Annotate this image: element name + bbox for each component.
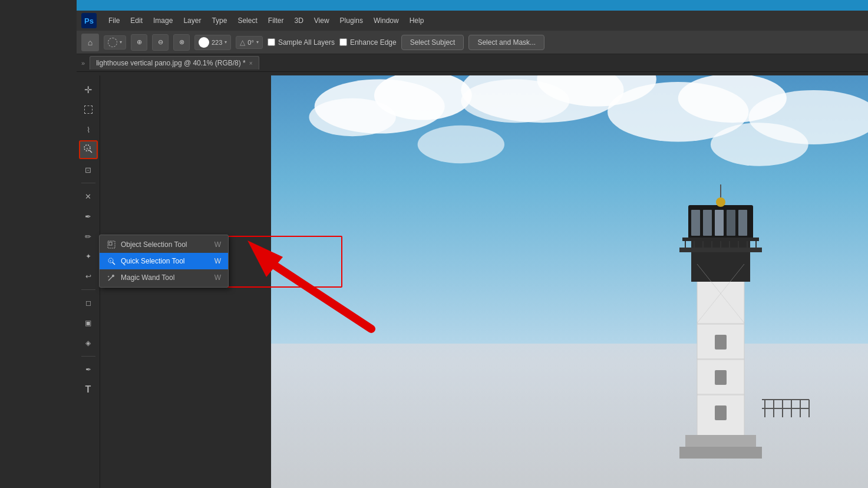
- lighthouse-svg: [632, 146, 821, 488]
- svg-point-9: [461, 79, 569, 123]
- document-tab[interactable]: lighthouse vertical pano.jpg @ 40.1% (RG…: [90, 56, 259, 70]
- menu-edit[interactable]: Edit: [126, 14, 147, 27]
- tab-scroll-left[interactable]: »: [81, 60, 85, 67]
- add-selection-icon: ⊕: [137, 38, 142, 46]
- toolbar-clone-tool[interactable]: ✦: [79, 247, 98, 266]
- menu-image[interactable]: Image: [148, 14, 177, 27]
- svg-line-1: [90, 150, 92, 153]
- toolbar-sep-2: [81, 289, 95, 290]
- angle-picker[interactable]: △ 0° ▾: [236, 36, 263, 49]
- eraser-tool-icon: ◻: [85, 299, 91, 307]
- sample-all-layers-group: Sample All Layers: [268, 38, 335, 47]
- flyout-object-selection[interactable]: Object Selection Tool W: [100, 236, 228, 253]
- svg-text:+: +: [86, 147, 88, 151]
- title-bar: Ps File Edit Image Layer Type Select Fil…: [77, 11, 868, 31]
- brush-size-picker[interactable]: 223 ▾: [194, 35, 231, 50]
- svg-rect-21: [691, 210, 700, 236]
- toolbar-sep-3: [81, 356, 95, 357]
- toolbar-crop-tool[interactable]: ⊡: [79, 160, 98, 179]
- toolbar-sep-1: [81, 183, 95, 183]
- svg-point-36: [716, 197, 725, 207]
- svg-rect-23: [715, 210, 724, 236]
- tool-preset-icon: [108, 38, 117, 47]
- pen-tool-icon: ✒: [85, 365, 91, 374]
- subtract-from-selection-btn[interactable]: ⊖: [152, 34, 169, 51]
- svg-rect-38: [679, 248, 762, 252]
- canvas-area: ✛ ⌇ + ⊡: [77, 75, 868, 488]
- tool-preset-picker[interactable]: ▾: [104, 35, 126, 50]
- toolbar-history-brush[interactable]: ↩: [79, 267, 98, 286]
- magic-wand-icon: ✦: [107, 273, 116, 282]
- enhance-edge-group: Enhance Edge: [339, 38, 397, 47]
- left-chrome: [0, 0, 77, 488]
- crop-tool-icon: ⊡: [85, 166, 91, 174]
- enhance-edge-checkbox[interactable]: [339, 38, 347, 46]
- svg-rect-25: [738, 210, 747, 236]
- toolbar-gradient-tool[interactable]: ▣: [79, 314, 98, 332]
- svg-text:✦: ✦: [107, 275, 110, 278]
- svg-rect-42: [697, 358, 744, 360]
- toolbar-type-tool[interactable]: T: [79, 380, 98, 399]
- toolbar-move-tool[interactable]: ✛: [79, 80, 98, 99]
- toolbar-eyedropper-tool[interactable]: ✕: [79, 187, 98, 206]
- svg-rect-43: [697, 394, 744, 395]
- history-brush-icon: ↩: [85, 272, 91, 281]
- svg-point-6: [309, 98, 395, 136]
- svg-text:+: +: [110, 259, 112, 262]
- sample-all-layers-checkbox[interactable]: [268, 38, 275, 46]
- toolbar-blur-tool[interactable]: ◈: [79, 334, 98, 352]
- flyout-quick-selection[interactable]: + Quick Selection Tool W: [100, 253, 228, 269]
- chevron-down-icon: ▾: [120, 39, 122, 45]
- menu-filter[interactable]: Filter: [263, 14, 289, 27]
- svg-rect-45: [679, 447, 762, 459]
- toolbar-marquee-tool[interactable]: [79, 100, 98, 119]
- home-button[interactable]: ⌂: [81, 34, 99, 51]
- brush-size-value: 223: [212, 39, 222, 46]
- blur-tool-icon: ◈: [85, 339, 91, 347]
- menu-file[interactable]: File: [104, 14, 124, 27]
- move-tool-icon: ✛: [84, 84, 92, 95]
- brush-preview: [199, 37, 209, 48]
- menu-view[interactable]: View: [309, 14, 334, 27]
- svg-point-14: [418, 126, 504, 163]
- svg-rect-19: [715, 405, 727, 420]
- lasso-tool-icon: ⌇: [87, 126, 90, 134]
- menu-layer[interactable]: Layer: [179, 14, 206, 27]
- tab-close-button[interactable]: ×: [249, 60, 253, 67]
- intersect-selection-icon: ⊗: [179, 38, 184, 46]
- menu-3d[interactable]: 3D: [289, 14, 308, 27]
- menu-help[interactable]: Help: [405, 14, 429, 27]
- menu-window[interactable]: Window: [369, 14, 404, 27]
- intersect-selection-btn[interactable]: ⊗: [173, 34, 190, 51]
- eyedropper-tool-icon: ✕: [85, 192, 91, 201]
- svg-point-60: [112, 275, 114, 277]
- quick-selection-label: Quick Selection Tool: [121, 257, 210, 265]
- menu-plugins[interactable]: Plugins: [335, 14, 368, 27]
- toolbar-pen-tool[interactable]: ✒: [79, 360, 98, 379]
- toolbar-brush-tool[interactable]: ✏: [79, 227, 98, 246]
- brush-chevron-icon: ▾: [225, 39, 227, 45]
- sample-all-layers-label: Sample All Layers: [278, 38, 335, 47]
- toolbar-lasso-tool[interactable]: ⌇: [79, 120, 98, 139]
- menu-select[interactable]: Select: [233, 14, 262, 27]
- menu-bar: File Edit Image Layer Type Select Filter…: [104, 14, 428, 27]
- toolbar-eraser-tool[interactable]: ◻: [79, 294, 98, 312]
- tab-bar: » lighthouse vertical pano.jpg @ 40.1% (…: [77, 54, 868, 72]
- magic-wand-label: Magic Wand Tool: [121, 273, 210, 282]
- quick-selection-key: W: [214, 257, 221, 265]
- add-to-selection-btn[interactable]: ⊕: [131, 34, 147, 51]
- magic-wand-key: W: [214, 273, 221, 282]
- flyout-magic-wand[interactable]: ✦ Magic Wand Tool W: [100, 269, 228, 286]
- clone-tool-icon: ✦: [85, 252, 91, 261]
- toolbar-heal-tool[interactable]: ✒: [79, 207, 98, 226]
- svg-rect-22: [703, 210, 712, 236]
- subtract-selection-icon: ⊖: [158, 38, 163, 46]
- photoshop-window: Ps File Edit Image Layer Type Select Fil…: [77, 11, 868, 488]
- menu-type[interactable]: Type: [207, 14, 232, 27]
- select-subject-button[interactable]: Select Subject: [401, 35, 464, 50]
- gradient-tool-icon: ▣: [85, 319, 91, 327]
- select-and-mask-button[interactable]: Select and Mask...: [468, 35, 544, 50]
- enhance-edge-label: Enhance Edge: [350, 38, 397, 47]
- toolbar-quick-select-tool[interactable]: +: [79, 140, 98, 159]
- heal-tool-icon: ✒: [85, 212, 91, 221]
